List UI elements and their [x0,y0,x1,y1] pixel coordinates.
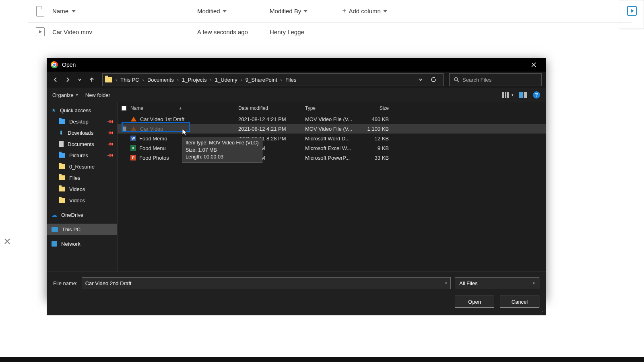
nav-up-button[interactable] [87,75,97,84]
nav-recent-button[interactable] [75,75,85,84]
resize-grip-icon[interactable]: ⋰ [540,309,545,315]
sidebar-pictures[interactable]: Pictures📌 [47,150,117,161]
help-icon[interactable]: ? [533,91,540,99]
folder-icon [59,175,65,180]
chevron-down-icon: ▾ [445,281,447,285]
taskbar[interactable] [0,357,644,362]
dialog-toolbar: Organize ▾ New folder ▾ ? [47,88,546,102]
svg-point-0 [454,78,458,81]
sp-header-row: Name Modified Modified By +Add column [28,0,632,23]
open-button[interactable]: Open [455,296,494,308]
col-header-size[interactable]: Size [359,105,394,111]
pin-icon: 📌 [106,117,114,125]
col-modified-by[interactable]: Modified By [270,8,342,14]
crumb-udemy[interactable]: 1_Udemy [213,77,240,83]
file-open-dialog: Open › This PC› Documents› 1_Projects› 1… [47,58,546,299]
cancel-button[interactable]: Cancel [500,296,539,308]
file-modified-by: Henry Legge [270,29,304,35]
crumb-dropdown-button[interactable] [416,75,425,84]
star-icon: ★ [52,107,56,113]
nav-forward-button[interactable] [63,75,72,84]
crumb-files[interactable]: Files [283,77,299,83]
row-checkbox[interactable] [122,126,126,131]
sidebar-resume[interactable]: 0_Resume [47,161,117,172]
plus-icon: + [342,7,347,15]
sidebar-this-pc[interactable]: This PC [47,224,117,235]
chevron-down-icon [223,10,227,12]
file-name-label: File name: [53,280,78,286]
powerpoint-icon: P [130,155,136,160]
dialog-close-button[interactable] [526,58,542,72]
file-type-filter[interactable]: All Files ▾ [455,277,539,289]
chrome-icon [51,61,58,68]
col-header-name[interactable]: Name▲ [130,105,238,111]
file-tooltip: Item type: MOV Video File (VLC) Size: 1.… [182,138,262,163]
chevron-down-icon [303,10,308,12]
sidebar-documents[interactable]: Documents📌 [47,138,117,150]
media-preview-panel[interactable] [620,0,644,29]
word-icon: W [130,136,136,141]
cursor-icon [182,129,188,137]
crumb-documents[interactable]: Documents [145,77,176,83]
sidebar-network[interactable]: Network [47,238,117,249]
dialog-sidebar: ★Quick access Desktop📌 ⬇Downloads📌 Docum… [47,102,118,271]
download-icon: ⬇ [59,130,64,136]
col-header-type[interactable]: Type [305,105,359,111]
chevron-down-icon [383,10,387,12]
new-folder-button[interactable]: New folder [85,92,110,98]
preview-pane-button[interactable] [519,92,527,98]
vlc-icon [131,126,136,131]
cloud-icon: ☁ [52,212,57,218]
network-icon [52,241,57,247]
file-name-input[interactable]: Car Video 2nd Draft ▾ [82,277,451,289]
file-name: Car Video.mov [52,29,92,35]
dialog-bottom-bar: File name: Car Video 2nd Draft ▾ All Fil… [47,271,546,315]
file-columns-header: Name▲ Date modified Type Size [118,102,546,114]
folder-icon [59,198,65,203]
crumb-projects[interactable]: 1_Projects [180,77,209,83]
sp-file-row[interactable]: Car Video.mov A few seconds ago Henry Le… [28,23,632,41]
chevron-down-icon: ▾ [533,281,535,285]
nav-back-button[interactable] [51,75,60,84]
organize-menu[interactable]: Organize ▾ [52,92,78,98]
pc-icon [52,227,58,232]
sidebar-quick-access[interactable]: ★Quick access [47,105,117,116]
dialog-titlebar: Open [47,58,546,72]
sidebar-videos-1[interactable]: Videos [47,183,117,195]
doc-type-icon [36,6,44,16]
dialog-title: Open [62,62,526,68]
dialog-nav-bar: › This PC› Documents› 1_Projects› 1_Udem… [47,72,546,88]
pictures-icon [59,153,65,158]
add-column-button[interactable]: +Add column [342,7,423,15]
col-name[interactable]: Name [52,8,197,14]
pin-icon: 📌 [106,129,114,136]
video-file-icon [36,27,45,36]
breadcrumb-bar[interactable]: › This PC› Documents› 1_Projects› 1_Udem… [102,73,444,86]
crumb-sharepoint[interactable]: 9_SharePoint [243,77,280,83]
sidebar-videos-2[interactable]: Videos [47,195,117,206]
excel-icon: X [130,145,136,151]
view-layout-button[interactable]: ▾ [502,92,514,98]
document-icon [59,141,64,147]
sharepoint-list: Name Modified Modified By +Add column Ca… [28,0,632,41]
sidebar-downloads[interactable]: ⬇Downloads📌 [47,127,117,138]
sidebar-files[interactable]: Files [47,172,117,183]
pin-icon: 📌 [106,151,114,159]
close-panel-button[interactable] [0,234,14,249]
refresh-button[interactable] [429,75,438,84]
col-header-date[interactable]: Date modified [238,105,305,111]
sidebar-onedrive[interactable]: ☁OneDrive [47,209,117,220]
search-placeholder: Search Files [462,77,491,83]
sort-asc-icon: ▲ [179,106,182,110]
select-all-checkbox[interactable] [122,106,126,111]
file-list-area: Name▲ Date modified Type Size Car Video … [118,102,546,271]
crumb-this-pc[interactable]: This PC [118,77,141,83]
sidebar-desktop[interactable]: Desktop📌 [47,116,117,127]
file-modified: A few seconds ago [197,29,248,35]
col-modified[interactable]: Modified [197,8,270,14]
search-input[interactable]: Search Files [449,73,542,86]
pin-icon: 📌 [106,140,114,148]
play-icon [627,6,637,16]
folder-icon [59,187,65,191]
file-row[interactable]: Car Video 1st Draft 2021-08-12 4:21 PM M… [118,114,546,124]
